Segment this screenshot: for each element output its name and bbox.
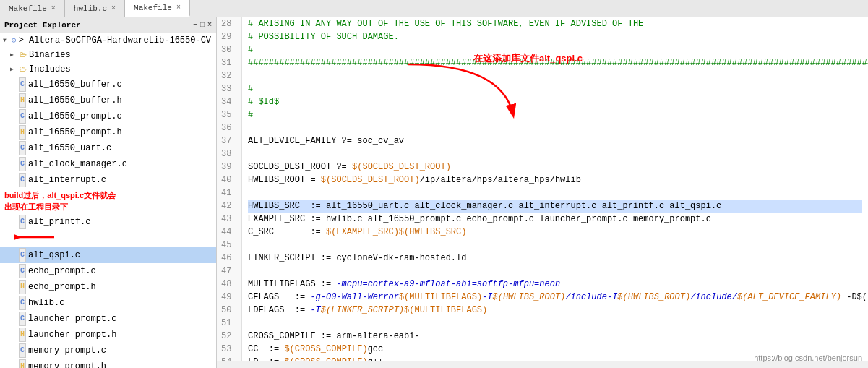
panel-header-icons: − □ × xyxy=(193,21,212,29)
code-line: # xyxy=(248,82,862,95)
tab-close-icon[interactable]: × xyxy=(111,4,116,12)
left-panel: Project Explorer − □ × ▼⊙> Altera-SoCFPG… xyxy=(0,17,217,368)
code-container: 2829303132333435363738394041424344454647… xyxy=(217,17,868,361)
line-number: 54 xyxy=(221,356,237,361)
file-icon: C xyxy=(19,264,26,278)
line-number: 37 xyxy=(221,134,237,147)
minimize-icon[interactable]: − xyxy=(193,21,197,29)
left-arrow-annotation xyxy=(0,230,216,247)
code-line: ########################################… xyxy=(248,56,862,69)
file-icon: C xyxy=(19,296,26,310)
var-ref: $(CROSS_COMPILE) xyxy=(284,343,367,356)
tree-item[interactable]: ▶Calt_16550_uart.c xyxy=(0,140,216,156)
close-icon[interactable]: × xyxy=(207,21,212,29)
tree-item[interactable]: ▶Hlauncher_prompt.h xyxy=(0,327,216,343)
tree-label: alt_16550_buffer.h xyxy=(28,94,122,107)
tree-item[interactable]: ▶Halt_16550_prompt.h xyxy=(0,124,216,140)
tree-item[interactable]: ▶Calt_interrupt.c xyxy=(0,172,216,188)
line-number: 41 xyxy=(221,187,237,200)
file-icon: H xyxy=(19,359,26,368)
tree-item[interactable]: ▶Cecho_prompt.c xyxy=(0,263,216,279)
line-number: 39 xyxy=(221,161,237,174)
tree-item[interactable]: ▶Chwlib.c xyxy=(0,295,216,311)
tab-makefile2[interactable]: Makefile× xyxy=(125,0,190,17)
flag-text: -mfloat-abi=softfp xyxy=(414,278,508,291)
editor-area: 2829303132333435363738394041424344454647… xyxy=(217,17,868,361)
code-line: EXAMPLE_SRC := hwlib.c alt_16550_prompt.… xyxy=(248,213,862,226)
line-number: 36 xyxy=(221,121,237,134)
expand-arrow: ▼ xyxy=(3,34,10,47)
code-line: HWLIBS_ROOT = $(SOCEDS_DEST_ROOT)/ip/alt… xyxy=(248,174,862,187)
code-line: MULTILIBFLAGS := -mcpu=cortex-a9 -mfloat… xyxy=(248,278,862,291)
tree-item[interactable]: ▶🗁Includes xyxy=(0,62,216,77)
var-ref: $(HWLIBS_SRC) xyxy=(399,226,467,239)
code-line xyxy=(248,317,862,330)
maximize-icon[interactable]: □ xyxy=(200,21,205,29)
tree-label: alt_interrupt.c xyxy=(28,174,106,187)
code-line: ALT_DEVICE_FAMILY ?= soc_cv_av xyxy=(248,134,862,147)
code-line: CFLAGS := -g -O0 -Wall -Werror $(MULTILI… xyxy=(248,291,862,304)
code-line xyxy=(248,69,862,82)
project-icon: ⊙ xyxy=(12,34,17,47)
main-layout: Project Explorer − □ × ▼⊙> Altera-SoCFPG… xyxy=(0,17,868,368)
file-icon: C xyxy=(19,248,26,262)
line-number: 51 xyxy=(221,317,237,330)
tree-item[interactable]: ▶Calt_printf.c xyxy=(0,214,216,230)
line-number: 32 xyxy=(221,69,237,82)
line-number: 30 xyxy=(221,43,237,56)
tree-item[interactable]: ▶Calt_qspi.c xyxy=(0,247,216,263)
line-number: 35 xyxy=(221,108,237,121)
code-line: # ARISING IN ANY WAY OUT OF THE USE OF T… xyxy=(248,17,862,30)
comment-text: # xyxy=(248,108,253,121)
tree-item[interactable]: ▶Calt_16550_buffer.c xyxy=(0,77,216,93)
comment-text: # $Id$ xyxy=(248,95,279,108)
flag-text: -mcpu=cortex-a9 xyxy=(336,278,414,291)
line-number: 49 xyxy=(221,291,237,304)
code-line xyxy=(248,121,862,134)
line-number: 31 xyxy=(221,56,237,69)
file-icon: C xyxy=(19,141,26,155)
line-number: 50 xyxy=(221,304,237,317)
tree-label: alt_16550_prompt.c xyxy=(28,110,122,123)
line-number: 46 xyxy=(221,252,237,265)
tree-item[interactable]: ▶🗁Binaries xyxy=(0,48,216,62)
file-icon: C xyxy=(19,215,26,229)
tree-item[interactable]: ▶Clauncher_prompt.c xyxy=(0,311,216,327)
tab-label: hwlib.c xyxy=(74,4,107,13)
tree-item-root[interactable]: ▼⊙> Altera-SoCFPGA-HardwareLib-16550-CV xyxy=(0,33,216,48)
tree-item[interactable]: ▶Calt_16550_prompt.c xyxy=(0,108,216,124)
code-content[interactable]: # ARISING IN ANY WAY OUT OF THE USE OF T… xyxy=(242,17,868,361)
tree-item[interactable]: ▶Hecho_prompt.h xyxy=(0,279,216,295)
var-ref: $(CROSS_COMPILE) xyxy=(284,356,367,361)
annotation-line2: 出现在工程目录下 xyxy=(4,201,212,213)
tree-label: Binaries xyxy=(29,48,71,61)
tab-close-icon[interactable]: × xyxy=(51,4,56,12)
tree-item[interactable]: ▶Halt_16550_buffer.h xyxy=(0,93,216,108)
flag-text: -I$(HWLIBS_ROOT)/include/$(ALT_DEVICE_FA… xyxy=(607,291,841,304)
tree-item[interactable]: ▶Hmemory_prompt.h xyxy=(0,359,216,368)
tab-bar: Makefile×hwlib.c×Makefile× xyxy=(0,0,868,17)
tab-makefile1[interactable]: Makefile× xyxy=(0,0,65,17)
line-number: 44 xyxy=(221,226,237,239)
folder-arrow: ▶ xyxy=(10,48,17,61)
tab-close-icon[interactable]: × xyxy=(176,4,181,12)
tree-label: memory_prompt.c xyxy=(28,344,106,357)
scrollbar-area[interactable] xyxy=(217,361,868,368)
tree-label: echo_prompt.c xyxy=(28,265,96,278)
folder-icon: 🗁 xyxy=(19,48,27,61)
var-ref: $(SOCEDS_DEST_ROOT) xyxy=(321,174,420,187)
tree-label: alt_printf.c xyxy=(28,215,90,228)
tab-hwlib[interactable]: hwlib.c× xyxy=(65,0,125,17)
tab-label: Makefile xyxy=(9,4,47,13)
panel-header-title: Project Explorer xyxy=(4,21,81,30)
code-line: LINKER_SCRIPT := cycloneV-dk-ram-hosted.… xyxy=(248,252,862,265)
tree-item[interactable]: ▶Calt_clock_manager.c xyxy=(0,156,216,172)
file-icon: H xyxy=(19,328,26,342)
tree-item[interactable]: ▶Cmemory_prompt.c xyxy=(0,343,216,359)
annotation-build-info: build过后，alt_qspi.c文件就会出现在工程目录下 xyxy=(0,188,216,214)
line-number: 38 xyxy=(221,147,237,161)
line-number: 42 xyxy=(221,200,237,213)
line-number: 52 xyxy=(221,330,237,343)
tree-label: launcher_prompt.h xyxy=(28,328,116,341)
line-number: 48 xyxy=(221,278,237,291)
